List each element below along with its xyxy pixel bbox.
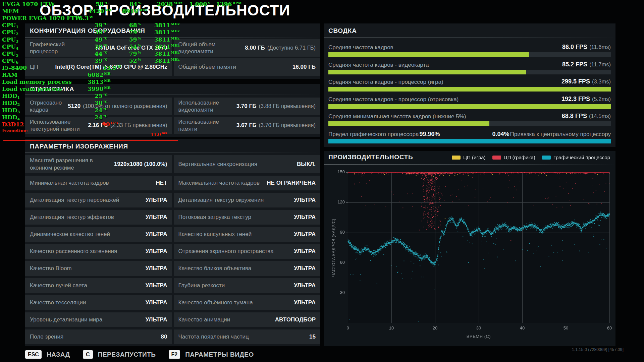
stat-cell: Использование текстурной памяти2.16 ГБ(2… <box>25 117 172 134</box>
osd-label: CPU <box>2 36 16 43</box>
hardware-cell: Графический процессорNVIDIA GeForce GTX … <box>25 39 172 57</box>
setting-value: АВТОПОДБОР <box>275 316 316 323</box>
legend-swatch <box>452 156 461 160</box>
setting-label: Уровень детализации мира <box>30 316 102 323</box>
gpu-bound-fill <box>328 139 611 143</box>
y-tick-label: 30 <box>329 290 345 295</box>
setting-row: Уровень детализации мираУЛЬТРАКачество а… <box>25 312 320 327</box>
stat-value: 2.16 ГБ(2.33 ГБ превышения) <box>88 122 167 129</box>
osd-label: CPU <box>2 57 16 64</box>
setting-label: Отражения экранного пространства <box>178 248 274 255</box>
chart-legend: ЦП (игра)ЦП (графика)Графический процесс… <box>452 155 610 160</box>
setting-value: УЛЬТРА <box>294 197 316 203</box>
hardware-row: Графический процессорNVIDIA GeForce GTX … <box>25 39 320 57</box>
hardware-config-header: КОНФИГУРАЦИЯ ОБОРУДОВАНИЯ <box>30 27 145 35</box>
hardware-value: 8.00 ГБ(Доступно 6.71 ГБ) <box>245 45 316 51</box>
hardware-row: ЦПIntel(R) Core(TM) i5-8400 CPU @ 2.80GH… <box>25 58 320 76</box>
key-badge-c[interactable]: C <box>83 350 93 359</box>
setting-cell: Вертикальная синхронизацияВЫКЛ. <box>174 155 321 173</box>
stat-label: Отрисовано кадров <box>30 99 64 114</box>
summary-bar-track <box>328 52 611 57</box>
summary-bar-track <box>328 87 611 92</box>
stat-cell: Отрисовано кадров5120(100.0% от полного … <box>25 98 172 115</box>
hardware-cell: Общий объем видеопамяти8.00 ГБ(Доступно … <box>174 39 321 57</box>
summary-bar-label: Средняя частота кадров <box>328 44 393 51</box>
setting-cell: Потоковая загрузка текстурУЛЬТРА <box>174 210 321 225</box>
panel-divider <box>324 37 615 38</box>
statistics-header: СТАТИСТИКА <box>30 85 74 93</box>
osd-label: RAM <box>2 71 17 78</box>
setting-value: УЛЬТРА <box>146 265 167 272</box>
legend-item: ЦП (графика) <box>492 155 535 160</box>
summary-bar-track <box>328 70 611 74</box>
stat-value: 5120(100.0% от полного разрешения) <box>68 103 167 110</box>
summary-bar-note: (3.3ms) <box>592 78 611 84</box>
setting-cell: Качество бликов объективаУЛЬТРА <box>174 261 321 276</box>
setting-value: УЛЬТРА <box>146 316 167 323</box>
setting-row: Детализация текстур эффектовУЛЬТРАПотоко… <box>25 210 320 225</box>
setting-value: УЛЬТРА <box>294 299 316 306</box>
setting-label: Качество лучей света <box>30 282 87 289</box>
hardware-config-panel: КОНФИГУРАЦИЯ ОБОРУДОВАНИЯ Графический пр… <box>25 23 320 79</box>
legend-item: ЦП (игра) <box>452 155 486 160</box>
setting-value: УЛЬТРА <box>146 282 167 289</box>
setting-row: Поле зрения80Частота появления частиц15 <box>25 329 320 344</box>
stat-cell: Использование видеопамяти3.70 ГБ(3.88 ГБ… <box>174 98 321 115</box>
key-badge-f2[interactable]: F2 <box>169 350 180 359</box>
setting-cell: Масштаб разрешения в оконном режиме1920x… <box>25 155 172 173</box>
summary-bar-fill <box>328 121 489 126</box>
setting-cell: Качество объёмного туманаУЛЬТРА <box>174 295 321 310</box>
stat-note: (2.33 ГБ превышения) <box>110 122 167 128</box>
setting-value: УЛЬТРА <box>294 214 316 221</box>
x-tick-label: 0 <box>341 325 355 330</box>
setting-cell: Качество анимацииАВТОПОДБОР <box>174 312 321 327</box>
image-settings-panel: ПАРАМЕТРЫ ИЗОБРАЖЕНИЯ Масштаб разрешения… <box>25 139 320 346</box>
setting-label: Качество анимации <box>178 316 230 323</box>
setting-label: Детализация текстур эффектов <box>30 214 114 221</box>
setting-row: Масштаб разрешения в оконном режиме1920x… <box>25 155 320 173</box>
summary-bar-label: Средняя частота кадров - процессор (отри… <box>328 96 459 103</box>
hardware-value: NVIDIA GeForce GTX 1070 <box>96 45 167 51</box>
summary-bars: Средняя частота кадров86.0 FPS(11.6ms)Ср… <box>328 40 611 144</box>
setting-cell: Динамическое качество тенейУЛЬТРА <box>25 227 172 242</box>
osd-label: HDD <box>2 114 17 121</box>
x-tick-label: 50 <box>559 325 573 330</box>
footer-key-item[interactable]: ESCНАЗАД <box>25 350 70 359</box>
setting-cell: Качество капсульных тенейУЛЬТРА <box>174 227 321 242</box>
setting-value: УЛЬТРА <box>294 231 316 238</box>
setting-label: Вертикальная синхронизация <box>178 161 257 168</box>
setting-label: Детализация текстур окружения <box>178 196 264 203</box>
panel-divider <box>25 95 320 95</box>
summary-bar-fill <box>328 70 526 74</box>
summary-bar-note: (5.2ms) <box>592 96 611 102</box>
summary-bar-value: 299.5 FPS(3.3ms) <box>561 78 611 85</box>
setting-label: Детализация текстур персонажей <box>30 196 119 203</box>
setting-row: Динамическое качество тенейУЛЬТРАКачеств… <box>25 227 320 242</box>
setting-cell: Качество лучей светаУЛЬТРА <box>25 278 172 293</box>
image-settings-rows: Масштаб разрешения в оконном режиме1920x… <box>25 155 320 344</box>
page-title: ОБЗОР ПРОИЗВОДИТЕЛЬНОСТИ <box>40 2 290 19</box>
gpu-bound-track <box>328 139 611 143</box>
hardware-note: (Доступно 6.71 ГБ) <box>267 45 316 51</box>
version-text: 1.1.15.0 (7280369) [457.09] <box>572 347 624 352</box>
hardware-value: Intel(R) Core(TM) i5-8400 CPU @ 2.80GHz <box>55 64 167 70</box>
setting-label: Поле зрения <box>30 333 63 340</box>
footer-keybar: ESCНАЗАДCПЕРЕЗАПУСТИТЬF2ПАРАМЕТРЫ ВИДЕО <box>25 350 254 359</box>
key-badge-esc[interactable]: ESC <box>25 350 42 359</box>
footer-key-item[interactable]: CПЕРЕЗАПУСТИТЬ <box>83 350 156 359</box>
summary-bar-row: Средняя частота кадров - процессор (отри… <box>328 92 611 110</box>
footer-key-item[interactable]: F2ПАРАМЕТРЫ ВИДЕО <box>169 350 254 359</box>
osd-label: HDD <box>2 107 17 114</box>
panel-divider <box>25 153 320 153</box>
hardware-value: 16.00 ГБ <box>292 64 316 70</box>
x-tick-label: 30 <box>472 325 485 330</box>
setting-value: 644x362 (100.0%) <box>114 161 167 168</box>
osd-label: CPU <box>2 50 16 57</box>
stat-label: Использование видеопамяти <box>178 99 232 114</box>
setting-label: Максимальная частота кадров <box>178 179 260 186</box>
summary-bar-label: Средняя минимальная частота кадров (нижн… <box>328 113 466 120</box>
hardware-cell: Общий объем памяти16.00 ГБ <box>174 58 321 76</box>
osd-label: D3D12 <box>2 121 24 128</box>
x-tick-label: 20 <box>428 325 442 330</box>
setting-row: Качество BloomУЛЬТРАКачество бликов объе… <box>25 261 320 276</box>
